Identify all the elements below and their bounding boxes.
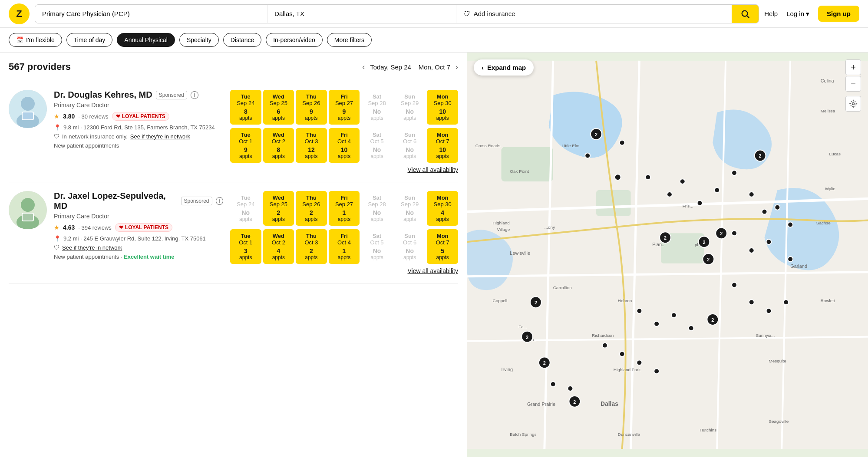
provider-avatar[interactable] <box>9 191 47 229</box>
wait-time-badge: Excellent wait time <box>124 254 174 260</box>
svg-text:Lucas: Lucas <box>829 151 841 156</box>
svg-line-1 <box>747 16 749 18</box>
location-input[interactable] <box>267 5 456 23</box>
loyal-patients-badge: ❤ LOYAL PATIENTS <box>112 112 169 121</box>
cal-day[interactable]: WedOct 28appts <box>263 128 294 163</box>
svg-point-61 <box>667 192 672 197</box>
svg-text:Seagoville: Seagoville <box>769 419 789 424</box>
logo[interactable]: Z <box>9 3 30 24</box>
chevron-left-icon: ‹ <box>482 64 484 71</box>
zoom-in-button[interactable]: + <box>845 59 861 75</box>
cal-day[interactable]: FriOct 410appts <box>329 128 360 163</box>
cal-day[interactable]: MonOct 710appts <box>427 128 458 163</box>
cal-day[interactable]: FriOct 41appts <box>329 229 360 264</box>
svg-point-79 <box>654 321 659 326</box>
svg-point-75 <box>749 300 754 305</box>
filter-specialty[interactable]: Specialty <box>179 33 219 47</box>
cal-day-unavailable: SatOct 5Noappts <box>361 229 393 264</box>
provider-address: 9.2 mi · 245 E Grauwyler Rd, Suite 122, … <box>63 235 206 242</box>
new-patients-text: New patient appointments <box>54 142 223 149</box>
date-range: ‹ Today, Sep 24 – Mon, Oct 7 › <box>362 63 458 72</box>
cal-day[interactable]: FriSep 279appts <box>329 90 360 125</box>
filter-distance[interactable]: Distance <box>223 33 261 47</box>
cal-day[interactable]: TueSep 248appts <box>230 90 261 125</box>
svg-text:2: 2 <box>711 317 714 323</box>
results-panel: 567 providers ‹ Today, Sep 24 – Mon, Oct… <box>0 53 467 457</box>
svg-point-81 <box>689 326 694 331</box>
view-all-availability-link[interactable]: View all availability <box>230 267 458 274</box>
cal-day[interactable]: FriSep 271appts <box>329 191 360 226</box>
provider-photo <box>9 90 47 128</box>
search-bar: 🛡 Add insurance <box>35 4 759 23</box>
svg-point-77 <box>783 300 789 305</box>
provider-card: Dr. Jaxel Lopez-Sepulveda, MD Sponsored … <box>9 182 458 283</box>
add-insurance-button[interactable]: 🛡 Add insurance <box>456 5 732 23</box>
cal-day[interactable]: TueOct 19appts <box>230 128 261 163</box>
rating-row: ★ 3.80 · 30 reviews ❤ LOYAL PATIENTS <box>54 112 223 121</box>
filter-annual-physical[interactable]: Annual Physical <box>117 33 175 47</box>
specialty-input[interactable] <box>35 5 267 23</box>
shield-icon: 🛡 <box>54 244 59 251</box>
rating-value: 4.63 <box>63 224 75 231</box>
provider-name: Dr. Douglas Kehres, MD <box>54 90 152 100</box>
svg-text:2: 2 <box>759 153 762 158</box>
cal-day-unavailable: TueSep 24Noappts <box>230 191 261 226</box>
network-row: 🛡 See if they're in network <box>54 244 223 251</box>
filter-flexible[interactable]: 📅 I'm flexible <box>9 33 62 47</box>
svg-text:2: 2 <box>707 257 710 262</box>
cal-day[interactable]: MonOct 75appts <box>427 229 458 264</box>
svg-point-3 <box>21 97 35 111</box>
svg-point-67 <box>762 209 767 214</box>
cal-day[interactable]: WedSep 252appts <box>263 191 294 226</box>
expand-map-label: Expand map <box>487 64 526 71</box>
svg-text:Duncanville: Duncanville <box>618 432 640 437</box>
cal-day[interactable]: ThuOct 32appts <box>296 229 327 264</box>
help-link[interactable]: Help <box>764 10 778 17</box>
prev-date-button[interactable]: ‹ <box>362 63 365 72</box>
zoom-out-button[interactable]: − <box>845 76 861 92</box>
filter-more-filters[interactable]: More filters <box>327 33 372 47</box>
svg-point-76 <box>766 308 772 313</box>
provider-specialty: Primary Care Doctor <box>54 102 223 109</box>
provider-info: Dr. Douglas Kehres, MD Sponsored i Prima… <box>54 90 223 149</box>
rating-value: 3.80 <box>63 113 75 120</box>
svg-text:2: 2 <box>535 300 537 305</box>
cal-day-unavailable: SunOct 6Noappts <box>394 229 426 264</box>
search-button[interactable] <box>732 5 759 23</box>
svg-text:Balch Springs: Balch Springs <box>510 432 536 437</box>
svg-point-60 <box>645 175 650 180</box>
results-header: 567 providers ‹ Today, Sep 24 – Mon, Oct… <box>9 61 458 72</box>
cal-day[interactable]: TueOct 13appts <box>230 229 261 264</box>
view-all-availability-link[interactable]: View all availability <box>230 166 458 173</box>
svg-text:2: 2 <box>595 132 597 137</box>
svg-text:2: 2 <box>720 231 723 236</box>
svg-text:Carrollton: Carrollton <box>553 285 572 290</box>
network-link[interactable]: See if they're in network <box>62 244 122 251</box>
svg-text:Little Elm: Little Elm <box>562 143 580 148</box>
svg-text:Celina: Celina <box>821 78 835 83</box>
info-icon[interactable]: i <box>216 197 223 205</box>
filter-in-person-video[interactable]: In-person/video <box>266 33 323 47</box>
cal-day[interactable]: WedOct 24appts <box>263 229 294 264</box>
signup-button[interactable]: Sign up <box>818 6 859 22</box>
svg-text:Garland: Garland <box>790 263 807 269</box>
sponsored-badge: Sponsored <box>181 197 212 205</box>
rating-row: ★ 4.63 · 394 reviews ❤ LOYAL PATIENTS <box>54 223 223 232</box>
network-link[interactable]: See if they're in network <box>130 133 190 140</box>
cal-day[interactable]: ThuOct 312appts <box>296 128 327 163</box>
cal-day[interactable]: WedSep 256appts <box>263 90 294 125</box>
cal-day[interactable]: ThuSep 269appts <box>296 90 327 125</box>
expand-map-button[interactable]: ‹ Expand map <box>474 59 534 76</box>
next-date-button[interactable]: › <box>455 63 458 72</box>
svg-text:Grand Prairie: Grand Prairie <box>527 402 555 407</box>
header: Z 🛡 Add insurance Help Log in ▾ Sign up <box>0 0 868 28</box>
cal-day[interactable]: ThuSep 262appts <box>296 191 327 226</box>
provider-avatar[interactable] <box>9 90 47 128</box>
info-icon[interactable]: i <box>191 91 198 99</box>
filter-time-of-day[interactable]: Time of day <box>66 33 113 47</box>
cal-day[interactable]: MonSep 3010appts <box>427 90 458 125</box>
login-button[interactable]: Log in ▾ <box>786 10 809 18</box>
cal-day[interactable]: MonSep 304appts <box>427 191 458 226</box>
my-location-button[interactable] <box>845 96 861 112</box>
new-patients-text: New patient appointments · Excellent wai… <box>54 254 223 260</box>
